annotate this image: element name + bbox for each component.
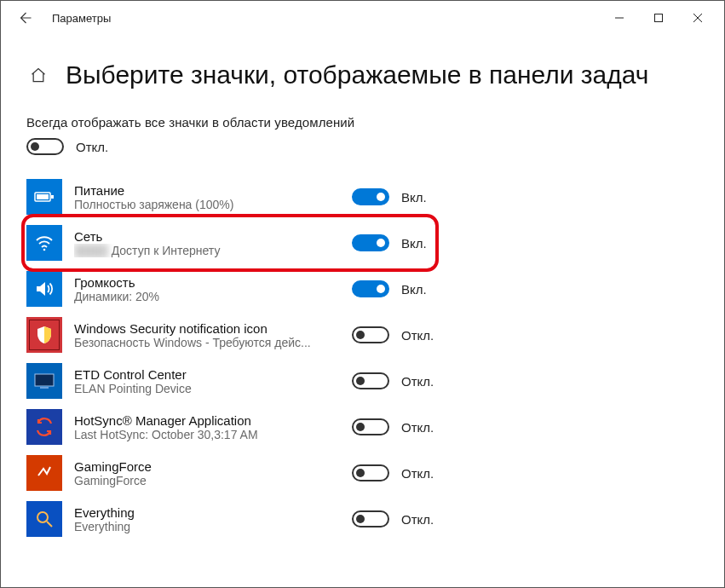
item-subtitle: GamingForce: [74, 474, 347, 487]
close-button[interactable]: [678, 1, 717, 35]
item-toggle-wrap: Откл.: [352, 326, 434, 343]
item-toggle[interactable]: [352, 372, 389, 389]
item-toggle-wrap: Откл.: [352, 510, 434, 527]
item-toggle[interactable]: [352, 188, 389, 205]
item-labels: EverythingEverything: [74, 505, 347, 533]
item-labels: ETD Control CenterELAN Pointing Device: [74, 367, 347, 395]
window-controls: [600, 1, 717, 35]
item-title: HotSync® Manager Application: [74, 413, 347, 428]
items-list: ПитаниеПолностью заряжена (100%)Вкл.Сеть…: [26, 174, 699, 542]
titlebar: Параметры: [1, 1, 724, 35]
item-subtitle: Динамики: 20%: [74, 290, 347, 303]
back-button[interactable]: [8, 1, 42, 35]
item-subtitle: ████Доступ к Интернету: [74, 244, 347, 257]
item-subtitle: Безопасность Windows - Требуются дейс...: [74, 336, 347, 349]
item-toggle[interactable]: [352, 234, 389, 251]
item-subtitle: ELAN Pointing Device: [74, 382, 347, 395]
item-title: Сеть: [74, 229, 347, 244]
battery-icon: [26, 179, 62, 215]
always-show-toggle[interactable]: [26, 138, 64, 155]
item-labels: HotSync® Manager ApplicationLast HotSync…: [74, 413, 347, 441]
list-item: HotSync® Manager ApplicationLast HotSync…: [26, 404, 699, 450]
app-title: Параметры: [52, 12, 111, 25]
svg-point-8: [37, 512, 48, 522]
item-toggle[interactable]: [352, 510, 389, 527]
item-toggle-wrap: Откл.: [352, 418, 434, 435]
always-show-state: Откл.: [76, 140, 108, 154]
item-labels: Windows Security notification iconБезопа…: [74, 321, 347, 349]
item-labels: GamingForceGamingForce: [74, 459, 347, 487]
wifi-icon: [26, 225, 62, 261]
item-toggle-state: Откл.: [401, 512, 434, 527]
list-item: EverythingEverythingОткл.: [26, 496, 699, 542]
svg-rect-4: [51, 195, 54, 199]
gf-icon: [26, 455, 62, 491]
svg-point-5: [43, 249, 46, 251]
item-title: Питание: [74, 183, 347, 198]
content: Всегда отображать все значки в области у…: [1, 105, 724, 552]
item-title: Everything: [74, 505, 347, 520]
item-toggle-wrap: Откл.: [352, 464, 434, 481]
item-labels: ПитаниеПолностью заряжена (100%): [74, 183, 347, 211]
security-icon: [26, 317, 62, 353]
always-show-label: Всегда отображать все значки в области у…: [26, 115, 699, 130]
item-toggle-state: Вкл.: [401, 236, 427, 251]
list-item: Сеть████Доступ к ИнтернетуВкл.: [26, 220, 699, 266]
list-item: Windows Security notification iconБезопа…: [26, 312, 699, 358]
list-item: GamingForceGamingForceОткл.: [26, 450, 699, 496]
item-toggle-state: Вкл.: [401, 282, 427, 297]
item-toggle-state: Откл.: [401, 374, 434, 389]
ev-icon: [26, 501, 62, 537]
hotsync-icon: [26, 409, 62, 445]
item-subtitle: Полностью заряжена (100%): [74, 198, 347, 211]
item-toggle-wrap: Вкл.: [352, 188, 427, 205]
item-title: GamingForce: [74, 459, 347, 474]
item-toggle[interactable]: [352, 464, 389, 481]
svg-rect-1: [655, 14, 663, 22]
item-toggle-state: Откл.: [401, 328, 434, 343]
item-toggle[interactable]: [352, 280, 389, 297]
item-title: Громкость: [74, 275, 347, 290]
item-title: Windows Security notification icon: [74, 321, 347, 336]
item-toggle-wrap: Вкл.: [352, 280, 427, 297]
svg-rect-7: [40, 387, 49, 389]
item-toggle-wrap: Откл.: [352, 372, 434, 389]
page-title: Выберите значки, отображаемые в панели з…: [66, 61, 648, 89]
item-subtitle: Last HotSync: October 30,3:17 AM: [74, 428, 347, 441]
list-item: ETD Control CenterELAN Pointing DeviceОт…: [26, 358, 699, 404]
list-item: ПитаниеПолностью заряжена (100%)Вкл.: [26, 174, 699, 220]
item-toggle-state: Откл.: [401, 466, 434, 481]
item-toggle-wrap: Вкл.: [352, 234, 427, 251]
maximize-button[interactable]: [639, 1, 678, 35]
list-item: ГромкостьДинамики: 20%Вкл.: [26, 266, 699, 312]
minimize-button[interactable]: [600, 1, 639, 35]
item-toggle[interactable]: [352, 418, 389, 435]
etd-icon: [26, 363, 62, 399]
item-toggle-state: Вкл.: [401, 190, 427, 205]
item-toggle[interactable]: [352, 326, 389, 343]
item-subtitle: Everything: [74, 520, 347, 533]
item-labels: Сеть████Доступ к Интернету: [74, 229, 347, 257]
item-toggle-state: Откл.: [401, 420, 434, 435]
page-header: Выберите значки, отображаемые в панели з…: [1, 35, 724, 105]
svg-rect-6: [35, 374, 54, 386]
item-title: ETD Control Center: [74, 367, 347, 382]
home-button[interactable]: [26, 63, 50, 87]
always-show-toggle-row: Откл.: [26, 138, 699, 155]
item-labels: ГромкостьДинамики: 20%: [74, 275, 347, 303]
svg-rect-3: [37, 194, 49, 199]
speaker-icon: [26, 271, 62, 307]
